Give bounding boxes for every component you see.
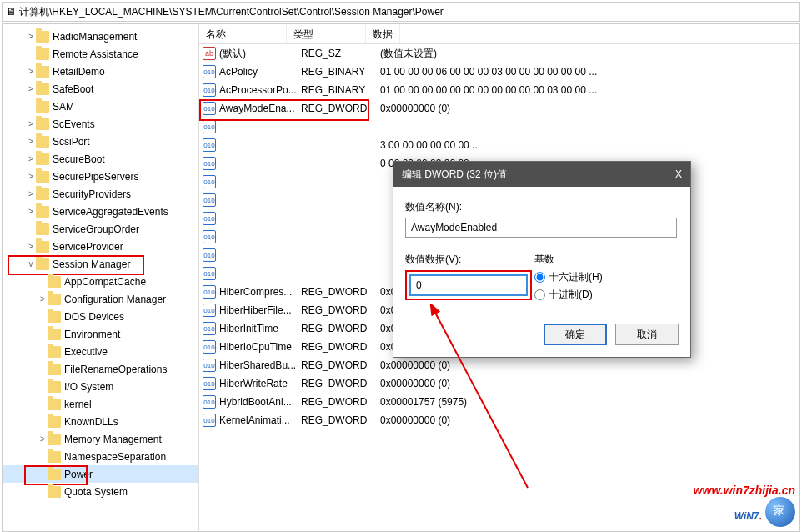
binary-icon: 010 <box>203 157 216 170</box>
expander-icon[interactable]: > <box>26 137 36 146</box>
tree-item-kernel[interactable]: kernel <box>3 395 198 413</box>
tree-item-securepipeservers[interactable]: >SecurePipeServers <box>3 168 198 185</box>
tree-item-serviceaggregatedevents[interactable]: >ServiceAggregatedEvents <box>3 203 198 220</box>
binary-icon: 010 <box>203 120 216 133</box>
col-data[interactable]: 数据 <box>366 24 400 43</box>
value-list-panel: 名称 类型 数据 ab(默认)REG_SZ(数值未设置)010AcPolicyR… <box>199 24 799 531</box>
registry-tree[interactable]: >RadioManagementRemote Assistance>Retail… <box>3 24 199 531</box>
folder-icon <box>36 31 49 43</box>
ok-button[interactable]: 确定 <box>544 324 607 345</box>
value-row[interactable]: 010AcProcessorPo...REG_BINARY01 00 00 00… <box>199 81 799 99</box>
value-data: (数值未设置) <box>380 47 437 61</box>
value-row[interactable]: 010AwayModeEna...REG_DWORD0x00000000 (0) <box>199 99 799 118</box>
data-input[interactable] <box>410 275 527 295</box>
tree-item-remote-assistance[interactable]: Remote Assistance <box>3 45 198 63</box>
tree-item-session-manager[interactable]: vSession Manager <box>3 255 198 273</box>
folder-icon <box>48 329 61 340</box>
tree-item-i-o-system[interactable]: I/O System <box>3 378 198 395</box>
tree-item-environment[interactable]: Environment <box>3 325 198 343</box>
tree-label: SecureBoot <box>53 153 105 165</box>
value-row[interactable]: 0103 00 00 00 00 00 00 ... <box>199 136 799 154</box>
tree-item-namespaceseparation[interactable]: NamespaceSeparation <box>3 448 198 465</box>
tree-item-scevents[interactable]: >ScEvents <box>3 115 198 133</box>
value-row[interactable]: 010HiberWriteRateREG_DWORD0x00000000 (0) <box>199 374 799 393</box>
folder-icon <box>48 451 61 463</box>
tree-label: I/O System <box>64 381 113 393</box>
value-type: REG_DWORD <box>301 103 380 114</box>
value-row[interactable]: 010HiberSharedBu...REG_DWORD0x00000000 (… <box>199 356 799 374</box>
tree-item-executive[interactable]: Executive <box>3 343 198 360</box>
tree-item-memory-management[interactable]: >Memory Management <box>3 430 198 448</box>
expander-icon[interactable]: > <box>26 242 36 251</box>
value-data: 0x00001757 (5975) <box>380 396 467 408</box>
tree-item-quota-system[interactable]: Quota System <box>3 483 198 500</box>
folder-icon <box>48 364 61 375</box>
expander-icon[interactable]: > <box>26 189 36 198</box>
expander-icon[interactable]: > <box>26 32 36 41</box>
tree-item-configuration-manager[interactable]: >Configuration Manager <box>3 290 198 308</box>
tree-item-power[interactable]: Power <box>3 465 198 483</box>
expander-icon[interactable]: > <box>26 67 36 76</box>
close-icon[interactable]: X <box>675 168 682 180</box>
value-type: REG_SZ <box>301 48 380 59</box>
folder-icon <box>48 276 61 288</box>
value-type: REG_DWORD <box>301 414 380 426</box>
tree-item-radiomanagement[interactable]: >RadioManagement <box>3 28 198 45</box>
expander-icon[interactable]: > <box>26 207 36 216</box>
value-data: 0x00000000 (0) <box>380 103 450 114</box>
value-row[interactable]: 010 <box>199 118 799 136</box>
value-name: AcPolicy <box>219 66 301 78</box>
expander-icon[interactable]: > <box>26 84 36 93</box>
expander-icon[interactable]: > <box>26 172 36 181</box>
folder-icon <box>36 66 49 78</box>
expander-icon[interactable]: > <box>38 434 48 444</box>
binary-icon: 010 <box>203 193 216 207</box>
radio-dec-input[interactable] <box>534 289 545 300</box>
folder-icon <box>48 469 61 480</box>
tree-item-sam[interactable]: SAM <box>3 98 198 115</box>
address-bar[interactable]: 🖥 计算机\HKEY_LOCAL_MACHINE\SYSTEM\CurrentC… <box>2 2 800 22</box>
expander-icon[interactable]: > <box>26 154 36 163</box>
tree-label: SAM <box>53 101 74 113</box>
value-type: REG_DWORD <box>301 378 380 389</box>
name-input[interactable] <box>405 218 677 238</box>
col-name[interactable]: 名称 <box>199 24 287 43</box>
expander-icon[interactable]: > <box>38 294 48 304</box>
main-panel: >RadioManagementRemote Assistance>Retail… <box>2 23 800 532</box>
tree-item-scsiport[interactable]: >ScsiPort <box>3 133 198 150</box>
tree-label: SecurePipeServers <box>53 171 138 183</box>
col-type[interactable]: 类型 <box>287 24 366 43</box>
tree-label: Session Manager <box>53 258 130 270</box>
radio-hex-input[interactable] <box>534 272 545 283</box>
tree-item-secureboot[interactable]: >SecureBoot <box>3 150 198 168</box>
expander-icon[interactable]: v <box>26 259 36 269</box>
tree-item-dos-devices[interactable]: DOS Devices <box>3 308 198 325</box>
value-name: HiberSharedBu... <box>219 359 301 371</box>
tree-item-knowndlls[interactable]: KnownDLLs <box>3 413 198 430</box>
edit-dword-dialog: 编辑 DWORD (32 位)值 X 数值名称(N): 数值数据(V): 基数 … <box>393 161 691 358</box>
folder-icon <box>48 416 61 428</box>
tree-item-securityproviders[interactable]: >SecurityProviders <box>3 185 198 203</box>
tree-item-retaildemo[interactable]: >RetailDemo <box>3 63 198 80</box>
tree-item-servicegrouporder[interactable]: ServiceGroupOrder <box>3 220 198 238</box>
expander-icon[interactable]: > <box>26 119 36 128</box>
cancel-button[interactable]: 取消 <box>615 324 679 345</box>
tree-item-safeboot[interactable]: >SafeBoot <box>3 80 198 98</box>
tree-item-serviceprovider[interactable]: >ServiceProvider <box>3 238 198 255</box>
value-row[interactable]: 010HybridBootAni...REG_DWORD0x00001757 (… <box>199 393 799 411</box>
folder-icon <box>36 171 49 183</box>
tree-item-appcompatcache[interactable]: AppCompatCache <box>3 273 198 290</box>
value-row[interactable]: 010AcPolicyREG_BINARY01 00 00 00 06 00 0… <box>199 63 799 81</box>
radio-dec[interactable]: 十进制(D) <box>534 288 679 302</box>
value-row[interactable]: 010KernelAnimati...REG_DWORD0x00000000 (… <box>199 411 799 429</box>
binary-icon: 010 <box>203 414 216 427</box>
dialog-titlebar[interactable]: 编辑 DWORD (32 位)值 X <box>393 162 690 187</box>
value-type: REG_DWORD <box>301 304 380 316</box>
tree-item-filerenameoperations[interactable]: FileRenameOperations <box>3 360 198 378</box>
value-row[interactable]: ab(默认)REG_SZ(数值未设置) <box>199 44 799 63</box>
radio-hex[interactable]: 十六进制(H) <box>534 270 679 284</box>
column-headers[interactable]: 名称 类型 数据 <box>199 24 799 44</box>
binary-icon: 010 <box>203 175 216 188</box>
binary-icon: 010 <box>203 230 216 243</box>
value-type: REG_BINARY <box>301 84 380 96</box>
